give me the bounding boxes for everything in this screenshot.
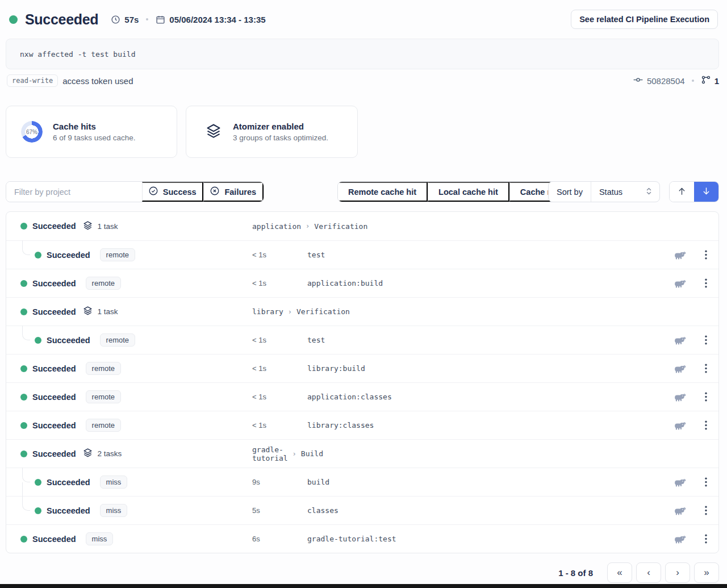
- filter-by-project-input[interactable]: [6, 182, 142, 202]
- cache-badge: remote: [86, 419, 121, 432]
- previous-page-button[interactable]: ‹: [636, 562, 661, 583]
- remote-cache-hit-button[interactable]: Remote cache hit: [338, 182, 428, 202]
- failures-filter-label: Failures: [224, 187, 256, 197]
- status-dot: [20, 422, 27, 429]
- table-row[interactable]: Succeeded miss 5s classes: [6, 496, 718, 524]
- kebab-menu-button[interactable]: [693, 333, 718, 347]
- row-left: Succeeded remote: [6, 241, 252, 269]
- table-row[interactable]: Succeeded miss 9s build: [6, 468, 718, 496]
- tree-connector-extension: [22, 482, 23, 497]
- layers-icon: [206, 123, 222, 141]
- table-row[interactable]: Succeeded remote < 1s application:classe…: [6, 382, 718, 411]
- clock-icon: [111, 15, 120, 24]
- layers-icon: [83, 448, 93, 460]
- kebab-menu-button[interactable]: [693, 532, 718, 546]
- tree-connector: [22, 240, 30, 255]
- success-filter-button[interactable]: Success: [142, 182, 203, 202]
- sort-direction-group: [669, 181, 719, 202]
- run-date-range: 05/06/2024 13:34 - 13:35: [169, 15, 265, 24]
- task-count: 1 task: [98, 307, 118, 316]
- calendar-icon: [156, 15, 165, 24]
- table-row[interactable]: Succeeded remote < 1s test: [6, 326, 718, 354]
- task-name: test: [307, 336, 666, 344]
- duration: 6s: [252, 535, 307, 543]
- chevron-right-icon: ›: [306, 222, 310, 230]
- task-name: test: [307, 251, 666, 259]
- cache-badge: remote: [100, 248, 135, 261]
- row-status-label: Succeeded: [32, 449, 76, 458]
- table-row[interactable]: Succeeded miss 6s gradle-tutorial:test: [6, 524, 718, 553]
- see-related-ci-pipeline-button[interactable]: See related CI Pipeline Execution: [571, 10, 718, 29]
- table-row[interactable]: Succeeded remote < 1s library:classes: [6, 411, 718, 439]
- duration: < 1s: [252, 364, 307, 373]
- kebab-menu-button[interactable]: [693, 390, 718, 404]
- row-status-label: Succeeded: [32, 535, 76, 544]
- table-row[interactable]: Succeeded remote < 1s library:build: [6, 354, 718, 382]
- check-circle-icon: [148, 186, 158, 198]
- kebab-menu-button[interactable]: [693, 418, 718, 432]
- duration: < 1s: [252, 251, 307, 259]
- row-left: Succeeded miss: [6, 497, 252, 524]
- status-dot: [20, 280, 27, 287]
- table-row[interactable]: Succeeded 1 task application › Verificat…: [6, 212, 718, 240]
- task-name: library:build: [307, 364, 666, 373]
- next-page-button[interactable]: ›: [665, 562, 690, 583]
- status-dot: [35, 252, 41, 258]
- cache-hits-card: 67% Cache hits 6 of 9 tasks used cache.: [6, 106, 177, 158]
- gradle-elephant-icon: [666, 335, 693, 345]
- run-duration: 57s: [124, 15, 139, 24]
- row-status-label: Succeeded: [47, 478, 90, 487]
- sort-ascending-button[interactable]: [670, 182, 694, 202]
- local-cache-hit-button[interactable]: Local cache hit: [428, 182, 509, 202]
- row-left: Succeeded remote: [6, 355, 252, 382]
- table-row[interactable]: Succeeded remote < 1s application:build: [6, 269, 718, 297]
- sort-status-value: Status: [599, 187, 622, 197]
- first-page-button[interactable]: «: [607, 562, 632, 583]
- page-title: Succeeded: [25, 11, 98, 28]
- gradle-elephant-icon: [666, 364, 693, 374]
- failures-filter-button[interactable]: Failures: [203, 182, 264, 202]
- row-left: Succeeded 1 task: [6, 212, 252, 240]
- row-status-label: Succeeded: [32, 307, 76, 316]
- sort-descending-button[interactable]: [694, 182, 718, 202]
- table-row[interactable]: Succeeded remote < 1s test: [6, 240, 718, 269]
- gradle-elephant-icon: [666, 278, 693, 289]
- row-status-label: Succeeded: [32, 393, 76, 402]
- duration: < 1s: [252, 421, 307, 429]
- kebab-menu-button[interactable]: [693, 361, 718, 376]
- sort-status-select[interactable]: Status: [591, 182, 659, 202]
- task-name: build: [307, 478, 666, 486]
- git-commit-icon[interactable]: [633, 74, 644, 87]
- window-bottom-edge: [0, 584, 727, 588]
- duration: 9s: [252, 478, 307, 486]
- token-line: read-write access token used 50828504 1: [7, 74, 719, 87]
- breadcrumb: application › Verification: [252, 222, 307, 231]
- row-left: Succeeded 1 task: [6, 298, 252, 326]
- table-row[interactable]: Succeeded 1 task library › Verification: [6, 297, 718, 326]
- cache-badge: miss: [100, 476, 128, 489]
- task-name: library:classes: [307, 421, 666, 429]
- task-count: 1 task: [98, 222, 118, 231]
- tree-connector: [22, 496, 30, 511]
- branch-count: 1: [715, 76, 719, 86]
- tree-connector: [22, 468, 30, 482]
- last-page-button[interactable]: »: [694, 562, 719, 583]
- table-row[interactable]: Succeeded 2 tasks gradle-tutorial › Buil…: [6, 439, 718, 468]
- header: Succeeded 57s 05/06/2024 13:34 - 13:35 S…: [9, 8, 718, 31]
- breadcrumb-project: gradle-tutorial: [252, 445, 288, 462]
- arrow-down-icon: [701, 186, 711, 198]
- access-token-badge: read-write: [7, 74, 58, 87]
- status-dot: [35, 337, 41, 344]
- cache-badge: remote: [100, 333, 135, 347]
- atomizer-card: Atomizer enabled 3 groups of tasks optim…: [186, 106, 358, 158]
- commit-sha[interactable]: 50828504: [647, 76, 685, 86]
- kebab-menu-button[interactable]: [693, 503, 718, 518]
- duration: 5s: [252, 506, 307, 515]
- branch-icon: [701, 74, 711, 87]
- kebab-menu-button[interactable]: [693, 475, 718, 489]
- breadcrumb-target: Build: [301, 449, 323, 458]
- kebab-menu-button[interactable]: [693, 276, 718, 290]
- kebab-menu-button[interactable]: [693, 248, 718, 262]
- status-dot: [20, 536, 27, 543]
- row-status-label: Succeeded: [47, 251, 90, 260]
